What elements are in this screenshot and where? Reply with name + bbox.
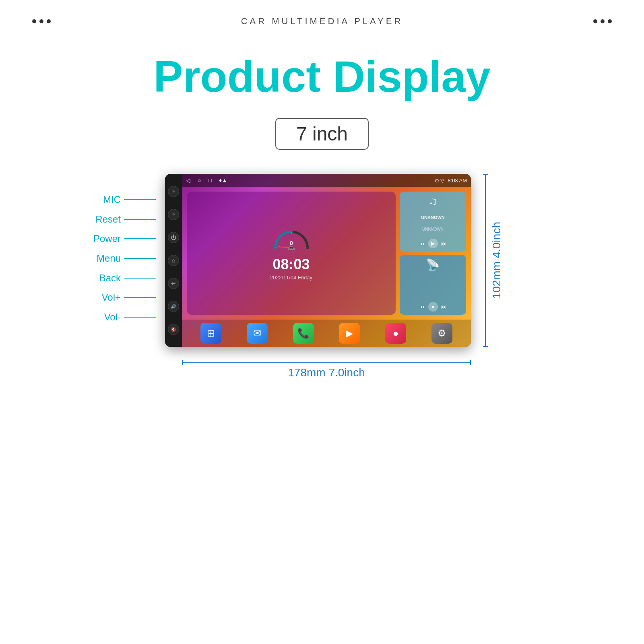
next-btn[interactable]: ⏭: [441, 240, 447, 247]
recent-nav[interactable]: □: [208, 177, 211, 184]
dots-left: [32, 19, 51, 23]
width-label: 178mm 7.0inch: [288, 366, 365, 379]
svg-text:km/h: km/h: [288, 247, 295, 251]
svg-text:0: 0: [290, 240, 293, 246]
menu-label-item: Menu: [93, 253, 165, 264]
mic-label: MIC: [93, 194, 121, 205]
header-title: CAR MULTIMEDIA PLAYER: [241, 16, 403, 27]
device: ⊙ ⊙ ⏻ ⌂ ↩ 🔊 🔇 ◁ ○ □ ♦▲: [165, 174, 471, 347]
menu-btn[interactable]: ⌂: [168, 255, 179, 266]
radio-play[interactable]: ●: [428, 302, 438, 312]
header: CAR MULTIMEDIA PLAYER: [0, 0, 644, 27]
music-controls: ⏮ ▶ ⏭: [419, 239, 447, 248]
speed-widget: 0 km/h 08:03 2022/11/04 Friday: [187, 192, 396, 315]
vol-plus-label-item: Vol+: [93, 292, 165, 303]
reset-label-item: Reset: [93, 214, 165, 225]
radio-icon: 📡: [426, 258, 440, 271]
back-nav[interactable]: ◁: [186, 177, 190, 184]
music-track: UNKNOWN: [421, 215, 445, 220]
mic-label-item: MIC: [93, 194, 165, 205]
height-dimension: 102mm 4.0inch: [483, 174, 503, 347]
radio-prev[interactable]: ⏮: [419, 303, 425, 310]
dots-right: [593, 19, 612, 23]
vol-plus-label: Vol+: [93, 292, 121, 303]
screen-content: 0 km/h 08:03 2022/11/04 Friday ♫ UNKNOW: [182, 187, 471, 347]
app-settings-icon[interactable]: ⚙: [431, 323, 452, 344]
width-dimension: 178mm 7.0inch: [182, 360, 471, 379]
music-widgets: ♫ UNKNOWN UNKNOWN ⏮ ▶ ⏭: [400, 192, 466, 315]
music-icon: ♫: [429, 195, 437, 208]
status-icons: ⊙ ▽: [435, 178, 445, 184]
vol-minus-label-item: Vol-: [93, 312, 165, 323]
reset-label: Reset: [93, 214, 121, 225]
nav-buttons: ◁ ○ □ ♦▲: [186, 177, 227, 184]
date-display: 2022/11/04 Friday: [270, 275, 312, 281]
app-dock: ⊞ ✉ 📞 ▶ ● ⚙: [182, 320, 471, 347]
power-label-item: Power: [93, 233, 165, 244]
app-grid-icon[interactable]: ⊞: [200, 323, 221, 344]
radio-card: 📡 ⏮ ● ⏭: [400, 255, 466, 315]
app-send-icon[interactable]: ✉: [247, 323, 268, 344]
device-side: ⊙ ⊙ ⏻ ⌂ ↩ 🔊 🔇: [165, 174, 182, 347]
status-right: ⊙ ▽ 8:03 AM: [435, 178, 467, 184]
size-badge: 7 inch: [275, 118, 369, 150]
power-btn[interactable]: ⏻: [168, 232, 179, 243]
music-artist: UNKNOWN: [422, 227, 444, 231]
vol-plus-btn[interactable]: 🔊: [168, 301, 179, 312]
radio-controls: ⏮ ● ⏭: [419, 302, 447, 312]
speedometer-svg: 0 km/h: [269, 226, 314, 252]
music-card: ♫ UNKNOWN UNKNOWN ⏮ ▶ ⏭: [400, 192, 466, 252]
time-display: 08:03: [272, 256, 310, 273]
labels-panel: MIC Reset Power Menu Back Vol+ Vol-: [93, 174, 165, 347]
speaker-nav[interactable]: ♦▲: [219, 177, 227, 184]
status-bar: ◁ ○ □ ♦▲ ⊙ ▽ 8:03 AM: [182, 174, 471, 187]
play-btn[interactable]: ▶: [428, 239, 438, 248]
back-label: Back: [93, 272, 121, 284]
size-badge-container: 7 inch: [0, 118, 644, 150]
vol-minus-btn[interactable]: 🔇: [168, 324, 179, 335]
status-time: 8:03 AM: [448, 178, 467, 184]
app-phone-icon[interactable]: 📞: [293, 323, 314, 344]
menu-label: Menu: [93, 253, 121, 264]
back-label-item: Back: [93, 272, 165, 284]
vol-minus-label: Vol-: [93, 312, 121, 323]
height-label: 102mm 4.0inch: [490, 222, 503, 299]
prev-btn[interactable]: ⏮: [419, 240, 425, 247]
back-btn[interactable]: ↩: [168, 278, 179, 289]
power-label: Power: [93, 233, 121, 244]
home-nav[interactable]: ○: [198, 177, 201, 184]
mic-btn[interactable]: ⊙: [168, 186, 179, 197]
app-record-icon[interactable]: ●: [385, 323, 406, 344]
device-wrapper: ⊙ ⊙ ⏻ ⌂ ↩ 🔊 🔇 ◁ ○ □ ♦▲: [165, 174, 471, 347]
radio-next[interactable]: ⏭: [441, 303, 447, 310]
device-screen: ◁ ○ □ ♦▲ ⊙ ▽ 8:03 AM: [182, 174, 471, 347]
main-content: 0 km/h 08:03 2022/11/04 Friday ♫ UNKNOW: [182, 187, 471, 320]
reset-btn[interactable]: ⊙: [168, 209, 179, 220]
app-video-icon[interactable]: ▶: [339, 323, 360, 344]
main-title: Product Display: [0, 51, 644, 102]
